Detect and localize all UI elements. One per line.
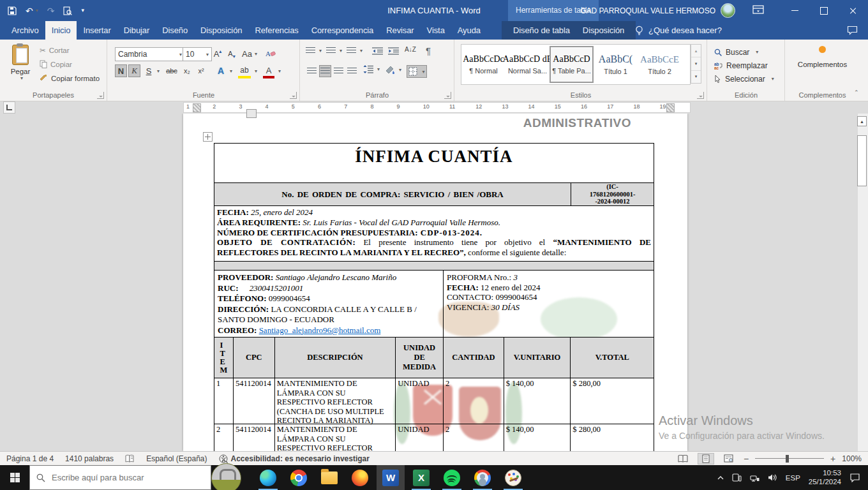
zoom-level[interactable]: 100% — [842, 454, 862, 463]
ribbon-display-options-icon[interactable] — [752, 4, 765, 16]
proofing-icon[interactable] — [125, 454, 135, 463]
tab-archivo[interactable]: Archivo — [5, 21, 45, 40]
text-effects-button[interactable]: A — [215, 64, 227, 77]
italic-button[interactable]: K — [128, 64, 140, 77]
tab-disposicion-tabla[interactable]: Disposición — [576, 21, 631, 40]
shrink-font-button[interactable]: A▾ — [225, 47, 238, 60]
style-table-paragraph[interactable]: AaBbCcD ¶ Table Pa... — [550, 46, 594, 83]
taskbar-chrome-profile[interactable] — [468, 465, 497, 490]
replace-button[interactable]: abac Reemplazar — [714, 59, 768, 71]
web-layout-icon[interactable] — [721, 453, 737, 464]
notification-center-icon[interactable] — [849, 473, 860, 482]
scroll-up-icon[interactable]: ▲ — [857, 116, 867, 126]
vertical-scrollbar[interactable]: ▲ — [857, 114, 868, 451]
correo-link[interactable]: Santiago_alejandro96@hotmail.com — [259, 325, 381, 335]
print-layout-icon[interactable] — [698, 453, 714, 464]
paragraph-dialog-launcher-icon[interactable] — [444, 92, 451, 99]
document-page[interactable]: ADMINISTRATIVO ÍNFIMA CUANTÍA No. DE ORD… — [183, 114, 687, 451]
tab-disposicion[interactable]: Disposición — [194, 21, 248, 40]
feedback-icon[interactable] — [847, 26, 858, 38]
select-button[interactable]: Seleccionar — [714, 73, 774, 85]
style-titulo-2[interactable]: AaBbCcE Título 2 — [638, 46, 682, 83]
text-effects-dropdown-icon[interactable] — [230, 68, 232, 74]
start-button[interactable] — [0, 465, 29, 490]
styles-scroll-up-icon[interactable]: ▴ — [691, 45, 701, 57]
underline-dropdown-icon[interactable] — [157, 68, 160, 74]
tab-diseno[interactable]: Diseño — [156, 21, 194, 40]
bold-button[interactable]: N — [115, 64, 127, 77]
font-size-combobox[interactable]: 10 — [183, 47, 212, 61]
tray-chevron-icon[interactable] — [717, 475, 724, 480]
decrease-indent-button[interactable] — [372, 47, 383, 55]
tab-ayuda[interactable]: Ayuda — [451, 21, 487, 40]
styles-scroll-down-icon[interactable]: ▾ — [691, 57, 701, 70]
network-icon[interactable] — [750, 474, 760, 482]
underline-button[interactable]: S — [144, 64, 154, 77]
numbered-list-button[interactable] — [326, 47, 342, 54]
style-titulo-1[interactable]: AaBbC( Título 1 — [594, 46, 638, 83]
taskbar-excel[interactable]: X — [407, 465, 435, 490]
tab-revisar[interactable]: Revisar — [380, 21, 420, 40]
word-count[interactable]: 1410 palabras — [65, 454, 114, 463]
touch-keyboard-icon[interactable] — [732, 473, 742, 482]
taskbar-spotify[interactable] — [438, 465, 466, 490]
right-indent-marker[interactable] — [666, 103, 675, 112]
style-normal-sa[interactable]: AaBbCcD dE Normal Sa... — [505, 46, 550, 83]
align-left-button[interactable] — [306, 65, 318, 77]
close-button[interactable] — [839, 0, 868, 21]
taskbar-firefox[interactable] — [346, 465, 374, 490]
paste-dropdown-icon[interactable] — [20, 75, 23, 81]
taskbar-word[interactable]: W — [377, 465, 405, 490]
zoom-slider[interactable] — [755, 458, 824, 459]
font-color-button[interactable]: A — [263, 64, 274, 78]
multilevel-list-button[interactable] — [347, 47, 363, 54]
styles-dialog-launcher-icon[interactable] — [697, 92, 704, 99]
taskbar-edge[interactable] — [254, 465, 282, 490]
copy-button[interactable]: Copiar — [40, 60, 72, 68]
tab-inicio[interactable]: Inicio — [45, 21, 77, 40]
line-spacing-button[interactable] — [363, 65, 380, 73]
increase-indent-button[interactable] — [388, 47, 399, 55]
clipboard-dialog-launcher-icon[interactable] — [97, 92, 104, 99]
read-mode-icon[interactable] — [675, 453, 691, 464]
clear-formatting-button[interactable]: A — [264, 47, 278, 60]
addins-button[interactable]: Complementos — [786, 46, 859, 68]
page-indicator[interactable]: Página 1 de 4 — [6, 454, 54, 463]
table-column-marker[interactable] — [246, 109, 257, 118]
tab-insertar[interactable]: Insertar — [77, 21, 117, 40]
shading-button[interactable] — [385, 65, 401, 74]
zoom-in-icon[interactable]: + — [830, 454, 835, 464]
collapse-ribbon-icon[interactable]: ⌃ — [854, 89, 859, 96]
strikethrough-button[interactable]: abc — [164, 64, 179, 77]
avatar[interactable] — [721, 3, 735, 18]
maximize-button[interactable] — [809, 0, 839, 21]
volume-icon[interactable] — [768, 473, 777, 482]
align-center-button[interactable] — [319, 65, 331, 77]
scrollbar-thumb[interactable] — [857, 135, 867, 186]
font-family-combobox[interactable]: Cambria — [115, 47, 185, 61]
accessibility-item[interactable]: Accesibilidad: es necesario investigar — [219, 454, 370, 463]
subscript-button[interactable]: x₂ — [181, 64, 193, 77]
font-dialog-launcher-icon[interactable] — [290, 92, 297, 99]
taskbar-search[interactable] — [29, 465, 211, 490]
search-highlight-icon[interactable] — [211, 463, 241, 490]
clock[interactable]: 10:53 25/1/2024 — [809, 469, 841, 486]
tab-vista[interactable]: Vista — [421, 21, 451, 40]
horizontal-ruler[interactable]: 12345678910111213141516171819 — [183, 102, 691, 113]
language-indicator[interactable]: Español (España) — [146, 454, 207, 463]
align-right-button[interactable] — [333, 65, 345, 77]
tab-dibujar[interactable]: Dibujar — [117, 21, 156, 40]
find-button[interactable]: Buscar — [714, 46, 758, 58]
language-tray-indicator[interactable]: ESP — [786, 474, 800, 482]
tab-diseno-de-tabla[interactable]: Diseño de tabla — [507, 21, 576, 40]
font-color-dropdown-icon[interactable] — [278, 68, 281, 74]
highlight-button[interactable]: ab — [238, 64, 251, 78]
table-move-handle[interactable] — [203, 132, 213, 142]
tell-me-box[interactable]: ¿Qué desea hacer? — [635, 21, 722, 40]
taskbar-paint[interactable] — [499, 465, 527, 490]
change-case-button[interactable]: Aa — [241, 47, 258, 60]
tab-correspondencia[interactable]: Correspondencia — [305, 21, 380, 40]
highlight-dropdown-icon[interactable] — [255, 68, 257, 74]
taskbar-chrome[interactable] — [285, 465, 313, 490]
format-painter-button[interactable]: Copiar formato — [40, 74, 100, 82]
